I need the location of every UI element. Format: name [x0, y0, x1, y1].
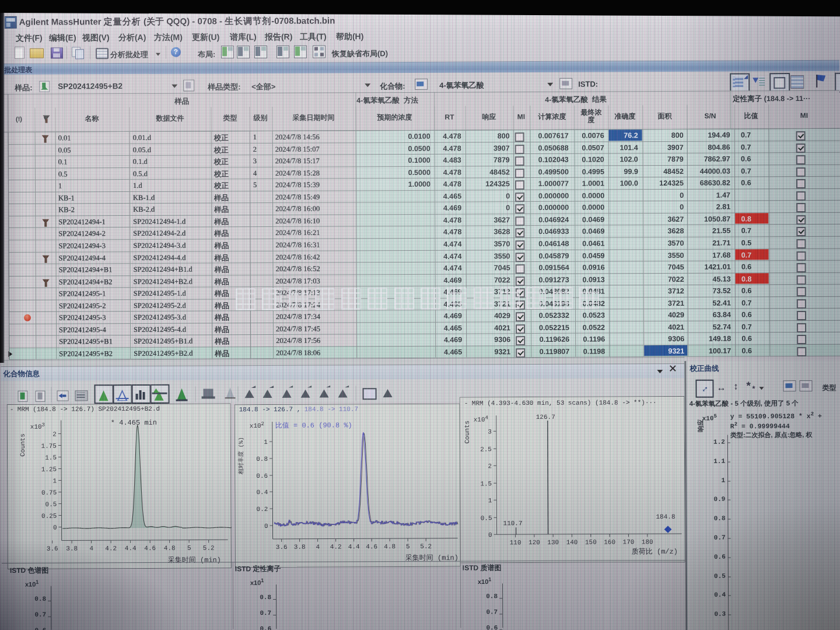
svg-text:1: 1: [488, 497, 492, 504]
svg-text:120: 120: [528, 539, 540, 546]
svg-text:4: 4: [89, 545, 93, 552]
svg-text:- MRM (184.8 -> 126.7) SP20241: - MRM (184.8 -> 126.7) SP202412495+B2.d: [10, 405, 160, 413]
svg-text:110: 110: [510, 539, 522, 546]
svg-text:4.2: 4.2: [330, 543, 342, 550]
svg-text:1: 1: [53, 478, 57, 485]
svg-text:0.75: 0.75: [41, 489, 57, 496]
svg-text:160: 160: [604, 538, 615, 545]
svg-text:184.8 -> 126.7 ,: 184.8 -> 126.7 ,: [239, 406, 301, 413]
svg-text:4.6: 4.6: [366, 543, 377, 550]
svg-text:180: 180: [642, 538, 653, 545]
svg-text:0.6: 0.6: [256, 473, 268, 480]
svg-text:3.8: 3.8: [294, 544, 306, 551]
svg-text:126.7: 126.7: [536, 414, 555, 421]
svg-text:150: 150: [585, 539, 597, 546]
svg-text:4.8: 4.8: [384, 543, 396, 550]
svg-text:采集时间 (min): 采集时间 (min): [168, 556, 221, 564]
svg-text:Counts: Counts: [19, 433, 26, 457]
svg-text:130: 130: [547, 539, 559, 546]
svg-text:4.4: 4.4: [348, 543, 360, 550]
svg-text:质荷比 (m/z): 质荷比 (m/z): [632, 548, 678, 556]
svg-text:0.4: 0.4: [256, 489, 268, 496]
svg-text:0.2: 0.2: [257, 506, 268, 513]
svg-text:1: 1: [264, 439, 268, 446]
svg-text:相对丰度 (%): 相对丰度 (%): [237, 437, 244, 475]
svg-text:2: 2: [52, 431, 57, 438]
svg-text:0: 0: [53, 524, 57, 531]
svg-text:1.25: 1.25: [41, 466, 57, 473]
svg-text:184.8 -> 110.7: 184.8 -> 110.7: [304, 405, 358, 412]
svg-text:4.2: 4.2: [105, 545, 117, 552]
svg-text:140: 140: [566, 539, 578, 546]
svg-text:0: 0: [488, 531, 492, 538]
svg-text:0: 0: [264, 523, 268, 530]
svg-text:2.5: 2.5: [480, 446, 492, 453]
svg-text:110.7: 110.7: [503, 520, 522, 527]
svg-text:3.6: 3.6: [47, 545, 58, 552]
svg-text:4.6: 4.6: [144, 545, 156, 552]
svg-text:3.6: 3.6: [276, 544, 288, 551]
svg-text:5.2: 5.2: [420, 543, 432, 550]
svg-text:1.5: 1.5: [480, 480, 492, 487]
svg-text:Counts: Counts: [464, 421, 471, 444]
svg-text:5: 5: [187, 545, 191, 552]
svg-text:5.2: 5.2: [203, 544, 215, 551]
svg-text:4.8: 4.8: [164, 545, 176, 552]
svg-text:4.4: 4.4: [125, 545, 136, 552]
svg-text:- MRM (4.393-4.630 min, 53 sca: - MRM (4.393-4.630 min, 53 scans) (184.8…: [464, 399, 657, 407]
svg-text:2: 2: [488, 463, 492, 470]
svg-text:4: 4: [316, 544, 320, 551]
svg-text:1.75: 1.75: [41, 443, 56, 450]
svg-text:0.5: 0.5: [46, 501, 57, 508]
svg-text:* 4.465 min: * 4.465 min: [111, 419, 157, 427]
svg-text:0.8: 0.8: [256, 456, 268, 463]
svg-text:0.5: 0.5: [481, 514, 492, 522]
svg-text:184.8: 184.8: [656, 513, 675, 520]
svg-text:3.8: 3.8: [66, 545, 78, 552]
svg-text:3: 3: [488, 428, 492, 435]
svg-text:170: 170: [623, 538, 635, 545]
svg-text:0.25: 0.25: [41, 513, 57, 520]
svg-text:1.5: 1.5: [45, 454, 57, 461]
svg-text:比值 = 0.6 (90.8 %): 比值 = 0.6 (90.8 %): [275, 421, 352, 430]
svg-text:5: 5: [406, 543, 410, 550]
